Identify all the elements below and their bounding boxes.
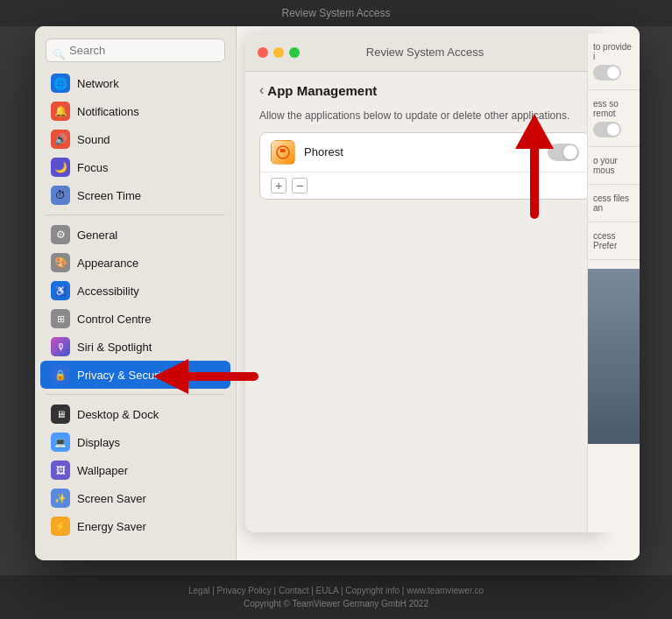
app-management-panel: Review System Access ‹ App Management Al… <box>245 33 605 532</box>
siri-icon: 🎙 <box>51 337 70 356</box>
sidebar-label-privacy: Privacy & Security <box>77 369 169 382</box>
app-list-container: Phorest + − <box>259 132 591 200</box>
sidebar-item-screensaver[interactable]: ✨ Screen Saver <box>40 484 230 512</box>
focus-icon: 🌙 <box>51 158 70 177</box>
sidebar-item-desktop[interactable]: 🖥 Desktop & Dock <box>40 400 230 428</box>
sidebar-label-network: Network <box>77 77 119 90</box>
sidebar-item-focus[interactable]: 🌙 Focus <box>40 153 230 181</box>
sidebar-group-1: 🌐 Network 🔔 Notifications 🔊 Sound 🌙 Focu… <box>35 69 236 209</box>
privacy-icon: 🔒 <box>51 365 70 384</box>
right-toggle-2-knob <box>607 123 619 136</box>
notifications-icon: 🔔 <box>51 102 70 121</box>
sidebar-label-screensaver: Screen Saver <box>77 492 146 505</box>
screensaver-icon: ✨ <box>51 489 70 508</box>
general-icon: ⚙ <box>51 225 70 244</box>
sidebar-divider-2 <box>46 394 225 395</box>
sidebar-item-accessibility[interactable]: ♿ Accessibility <box>40 277 230 305</box>
sidebar-label-screentime: Screen Time <box>77 189 141 202</box>
sidebar-item-controlcentre[interactable]: ⊞ Control Centre <box>40 305 230 333</box>
sidebar-label-siri: Siri & Spotlight <box>77 341 152 354</box>
right-panel-image <box>588 269 640 444</box>
content-area: Review System Access ‹ App Management Al… <box>237 26 640 560</box>
app-list-item: Phorest <box>260 133 590 172</box>
right-section-1: to provide i <box>588 33 640 90</box>
sound-icon: 🔊 <box>51 130 70 149</box>
sidebar-label-displays: Displays <box>77 436 120 449</box>
sidebar-item-privacy[interactable]: 🔒 Privacy & Security <box>40 361 230 389</box>
window-controls <box>258 47 300 58</box>
right-text-2: ess so remot <box>593 99 634 118</box>
appearance-icon: 🎨 <box>51 253 70 272</box>
right-section-3: o your mous <box>588 147 640 185</box>
sidebar-item-energy[interactable]: ⚡ Energy Saver <box>40 512 230 540</box>
sidebar-item-displays[interactable]: 💻 Displays <box>40 428 230 456</box>
os-titlebar: Review System Access <box>0 0 672 26</box>
sidebar-group-3: 🖥 Desktop & Dock 💻 Displays 🖼 Wallpaper … <box>35 400 236 540</box>
minimize-button[interactable] <box>273 47 284 58</box>
right-section-4: cess files an <box>588 185 640 222</box>
phorest-toggle[interactable] <box>548 144 579 161</box>
energy-icon: ⚡ <box>51 517 70 536</box>
right-text-1: to provide i <box>593 42 634 61</box>
network-icon: 🌐 <box>51 74 70 93</box>
sidebar-label-accessibility: Accessibility <box>77 285 139 298</box>
right-toggle-1-knob <box>607 67 619 79</box>
sidebar-group-2: ⚙ General 🎨 Appearance ♿ Accessibility ⊞… <box>35 221 236 389</box>
panel-description-wrapper: Allow the applications below to update o… <box>245 98 605 132</box>
sidebar-label-wallpaper: Wallpaper <box>77 464 128 477</box>
right-text-5: ccess Prefer <box>593 231 634 250</box>
sidebar-label-sound: Sound <box>77 133 110 146</box>
footer-line2: Copyright © TeamViewer Germany GmbH 2022 <box>188 597 484 610</box>
sidebar: 🔍 🌐 Network 🔔 Notifications 🔊 Sound <box>35 26 237 560</box>
panel-titlebar: Review System Access <box>245 33 605 72</box>
displays-icon: 💻 <box>51 433 70 452</box>
footer: Legal | Privacy Policy | Contact | EULA … <box>0 575 672 619</box>
screentime-icon: ⏱ <box>51 186 70 205</box>
maximize-button[interactable] <box>289 47 300 58</box>
app-list-footer: + − <box>260 172 590 199</box>
right-side-panel: to provide i ess so remot o your mous ce… <box>587 33 640 532</box>
right-section-2: ess so remot <box>588 90 640 147</box>
phorest-app-icon <box>271 140 295 165</box>
phorest-toggle-knob <box>563 145 577 159</box>
desktop-icon: 🖥 <box>51 404 70 424</box>
footer-line1: Legal | Privacy Policy | Contact | EULA … <box>188 584 484 597</box>
right-toggle-1[interactable] <box>593 65 621 81</box>
sidebar-divider-1 <box>46 215 225 215</box>
panel-heading: App Management <box>267 83 377 98</box>
sidebar-item-wallpaper[interactable]: 🖼 Wallpaper <box>40 456 230 484</box>
sidebar-item-notifications[interactable]: 🔔 Notifications <box>40 97 230 125</box>
right-toggle-2[interactable] <box>593 122 621 137</box>
sidebar-item-network[interactable]: 🌐 Network <box>40 69 230 97</box>
right-text-4: cess files an <box>593 193 634 213</box>
remove-app-button[interactable]: − <box>292 178 308 193</box>
sidebar-label-energy: Energy Saver <box>77 520 146 533</box>
right-section-5: ccess Prefer <box>588 222 640 260</box>
sidebar-label-general: General <box>77 229 117 242</box>
add-app-button[interactable]: + <box>271 178 286 193</box>
sidebar-label-desktop: Desktop & Dock <box>77 408 159 421</box>
accessibility-icon: ♿ <box>51 281 70 300</box>
sidebar-item-appearance[interactable]: 🎨 Appearance <box>40 249 230 277</box>
panel-title: Review System Access <box>366 46 484 59</box>
sidebar-label-focus: Focus <box>77 161 108 174</box>
sidebar-label-appearance: Appearance <box>77 257 138 270</box>
right-text-3: o your mous <box>593 156 634 175</box>
panel-description: Allow the applications below to update o… <box>259 109 569 122</box>
search-input[interactable] <box>46 39 225 62</box>
sidebar-item-sound[interactable]: 🔊 Sound <box>40 125 230 153</box>
sidebar-item-general[interactable]: ⚙ General <box>40 221 230 249</box>
sidebar-label-controlcentre: Control Centre <box>77 313 152 326</box>
main-window: 🔍 🌐 Network 🔔 Notifications 🔊 Sound <box>35 26 640 560</box>
os-title: Review System Access <box>281 7 390 19</box>
sidebar-item-screentime[interactable]: ⏱ Screen Time <box>40 181 230 209</box>
search-wrapper: 🔍 <box>35 39 236 69</box>
sidebar-item-siri[interactable]: 🎙 Siri & Spotlight <box>40 333 230 361</box>
wallpaper-icon: 🖼 <box>51 461 70 480</box>
close-button[interactable] <box>258 47 268 58</box>
panel-nav: ‹ App Management <box>245 72 605 98</box>
sidebar-label-notifications: Notifications <box>77 105 139 118</box>
back-chevron-icon[interactable]: ‹ <box>259 82 264 98</box>
phorest-app-name: Phorest <box>304 145 548 158</box>
controlcentre-icon: ⊞ <box>51 309 70 328</box>
